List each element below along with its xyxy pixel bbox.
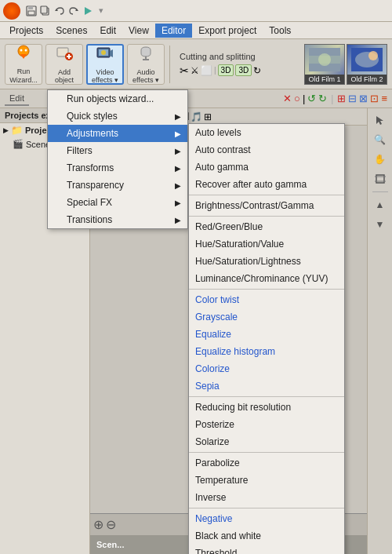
select-icon[interactable]: ✕	[283, 93, 292, 104]
adj-hsl[interactable]: Hue/Saturation/Lightness	[189, 253, 344, 270]
adj-sep-5	[189, 452, 344, 453]
video-effects-label: Videoeffects ▾	[92, 68, 118, 84]
menu-edit[interactable]: Edit	[93, 24, 122, 38]
add-object-button[interactable]: Addobject	[45, 44, 83, 85]
adj-auto-levels[interactable]: Auto levels	[189, 124, 344, 141]
razor-icon[interactable]: ⚔	[191, 65, 199, 76]
menu-filters[interactable]: Filters ▶	[48, 142, 187, 159]
adj-posterize[interactable]: Posterize	[189, 416, 344, 433]
adj-auto-contrast[interactable]: Auto contrast	[189, 141, 344, 159]
film-thumb-1-label: Old Film 1	[305, 75, 344, 84]
adj-inverse[interactable]: Inverse	[189, 489, 344, 506]
adj-reducing-bit[interactable]: Reducing bit resolution	[189, 399, 344, 416]
film-thumb-1[interactable]: Old Film 1	[304, 44, 345, 85]
svg-rect-2	[28, 11, 34, 15]
filters-arrow: ▶	[175, 147, 181, 155]
content-icon-grid[interactable]: ⊞	[204, 111, 212, 122]
copy-icon[interactable]	[39, 5, 52, 17]
menu-adjustments[interactable]: Adjustments ▶ Auto levels Auto contrast …	[48, 125, 187, 142]
menu-projects[interactable]: Projects	[3, 24, 49, 38]
3d-btn-1[interactable]: 3D	[218, 64, 234, 76]
audio-effects-icon	[136, 44, 155, 67]
svg-marker-27	[376, 116, 383, 125]
rt-crop-btn[interactable]	[372, 170, 389, 188]
menu-editor[interactable]: Editor	[155, 24, 192, 38]
quick-styles-arrow: ▶	[175, 112, 181, 121]
adjustments-arrow: ▶	[175, 129, 181, 138]
menu-transitions[interactable]: Transitions ▶	[48, 211, 187, 228]
play-icon[interactable]	[82, 5, 94, 17]
3d-btn-2[interactable]: 3D	[235, 64, 252, 76]
add-object-icon	[55, 44, 74, 67]
redo-icon[interactable]	[67, 5, 80, 17]
adj-equalize-hist[interactable]: Equalize histogram	[189, 343, 344, 360]
undo-icon[interactable]	[53, 5, 66, 17]
adj-grayscale[interactable]: Grayscale	[189, 308, 344, 326]
film-thumb-2[interactable]: Old Film 2	[347, 44, 387, 85]
crop-icon[interactable]: ⬜	[201, 65, 212, 76]
menu-bar: Projects Scenes Edit View Editor Export …	[0, 22, 392, 39]
adj-black-white[interactable]: Black and white	[189, 527, 344, 545]
project-icon: 📁	[11, 125, 23, 136]
adj-brightness[interactable]: Brightness/Contrast/Gamma	[189, 197, 344, 214]
video-effects-button[interactable]: Videoeffects ▾	[86, 44, 124, 85]
rt-zoom-btn[interactable]: 🔍	[372, 131, 389, 148]
adj-threshold[interactable]: Threshold	[189, 545, 344, 554]
adj-color-twist[interactable]: Color twist	[189, 291, 344, 308]
menu-scenes[interactable]: Scenes	[49, 24, 93, 38]
rt-down-btn[interactable]: ▼	[372, 216, 389, 233]
scissors-icon[interactable]: ✂	[180, 64, 189, 77]
arrow-right-icon[interactable]: ↻	[318, 93, 327, 104]
adj-equalize[interactable]: Equalize	[189, 326, 344, 343]
adj-sepia[interactable]: Sepia	[189, 377, 344, 395]
adj-rgb[interactable]: Red/Green/Blue	[189, 218, 344, 235]
adj-yuv[interactable]: Luminance/Chrominance (YUV)	[189, 270, 344, 287]
adj-negative[interactable]: Negative	[189, 510, 344, 527]
audio-effects-label: Audioeffects ▾	[132, 68, 159, 84]
svg-rect-4	[41, 6, 47, 13]
film-thumb-2-label: Old Film 2	[347, 75, 387, 84]
film-thumb-2-image	[347, 45, 387, 75]
svg-point-18	[101, 50, 106, 55]
marker-icon[interactable]: |	[303, 93, 305, 104]
menu-quick-styles[interactable]: Quick styles ▶	[48, 108, 187, 125]
menu-special-fx[interactable]: Special FX ▶	[48, 194, 187, 211]
save-icon[interactable]	[25, 5, 38, 17]
align-icon-1[interactable]: ⊞	[337, 93, 346, 104]
transitions-arrow: ▶	[175, 216, 181, 224]
circle-icon[interactable]: ○	[294, 93, 300, 104]
menu-run-objects-wizard[interactable]: Run objects wizard...	[48, 90, 187, 108]
arrow-left-icon[interactable]: ↺	[307, 93, 316, 104]
adj-colorize[interactable]: Colorize	[189, 360, 344, 377]
rt-pan-btn[interactable]: ✋	[372, 151, 389, 168]
zoom-in-btn[interactable]: ⊕	[93, 517, 103, 532]
adj-hsv[interactable]: Hue/Saturation/Value	[189, 235, 344, 253]
align-icon-4[interactable]: ⊡	[370, 93, 379, 104]
rt-select-btn[interactable]	[372, 111, 389, 129]
run-wizard-button[interactable]: RunWizard...	[5, 44, 42, 85]
special-fx-arrow: ▶	[175, 199, 181, 207]
align-icon-2[interactable]: ⊟	[348, 93, 357, 104]
rt-up-btn[interactable]: ▲	[372, 196, 389, 213]
content-icon-music[interactable]: 🎵	[191, 111, 202, 122]
adj-temperature[interactable]: Temperature	[189, 472, 344, 489]
align-icon-3[interactable]: ⊠	[359, 93, 368, 104]
adj-solarize[interactable]: Solarize	[189, 433, 344, 450]
menu-export[interactable]: Export project	[192, 24, 263, 38]
align-icon-5[interactable]: ≡	[381, 93, 387, 104]
menu-tools[interactable]: Tools	[263, 24, 297, 38]
adj-auto-gamma[interactable]: Auto gamma	[189, 159, 344, 176]
edit-tab[interactable]: Edit	[5, 92, 29, 106]
adj-sep-6	[189, 508, 344, 508]
adj-recover[interactable]: Recover after auto gamma	[189, 176, 344, 193]
menu-transforms[interactable]: Transforms ▶	[48, 159, 187, 177]
menu-transparency[interactable]: Transparency ▶	[48, 177, 187, 194]
audio-effects-button[interactable]: Audioeffects ▾	[127, 44, 165, 85]
transforms-arrow: ▶	[175, 164, 181, 173]
svg-marker-16	[110, 49, 113, 57]
adj-parabolize[interactable]: Parabolize	[189, 454, 344, 472]
transparency-arrow: ▶	[175, 181, 181, 190]
zoom-out-btn[interactable]: ⊖	[106, 517, 116, 532]
rotate-btn[interactable]: ↻	[253, 65, 261, 76]
menu-view[interactable]: View	[122, 24, 155, 38]
